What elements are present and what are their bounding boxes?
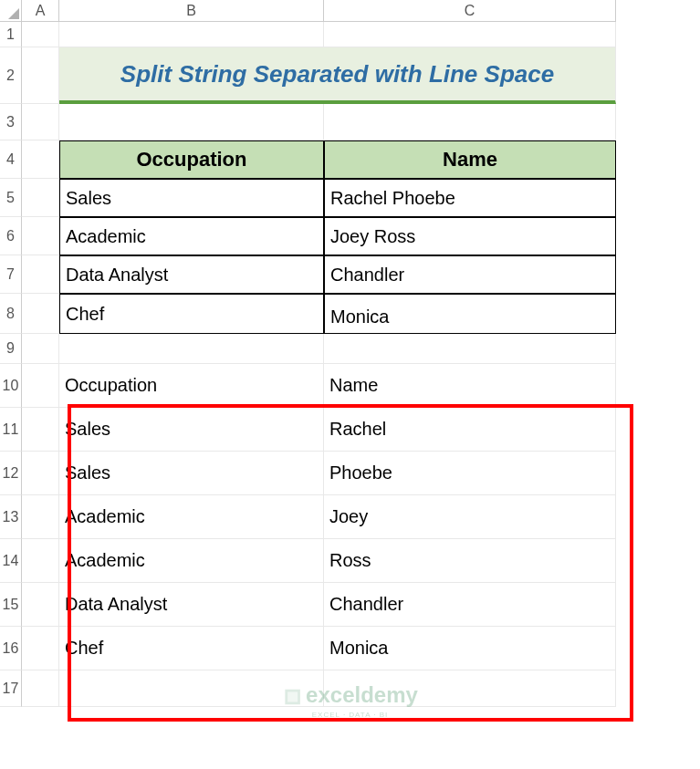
row-header-1[interactable]: 1 bbox=[0, 22, 22, 47]
row-header-10[interactable]: 10 bbox=[0, 364, 22, 408]
row-header-16[interactable]: 16 bbox=[0, 627, 22, 670]
cell-a1[interactable] bbox=[22, 22, 59, 47]
table-row[interactable]: Rachel Phoebe bbox=[324, 179, 616, 217]
watermark-sub: EXCEL · DATA · BI bbox=[282, 711, 418, 719]
row-header-2[interactable]: 2 bbox=[0, 47, 22, 104]
title[interactable]: Split String Separated with Line Space bbox=[59, 47, 616, 104]
result-row[interactable]: Academic bbox=[59, 539, 324, 583]
table-row[interactable]: Sales bbox=[59, 179, 324, 217]
cell-c3[interactable] bbox=[324, 104, 616, 140]
cell-b9[interactable] bbox=[59, 334, 324, 364]
table-row[interactable]: Monica bbox=[324, 294, 616, 334]
row-header-17[interactable]: 17 bbox=[0, 670, 22, 707]
select-all-corner[interactable] bbox=[0, 0, 22, 22]
result-row[interactable]: Data Analyst bbox=[59, 583, 324, 627]
cell-c1[interactable] bbox=[324, 22, 616, 47]
result-row[interactable]: Sales bbox=[59, 408, 324, 452]
result-row[interactable]: Monica bbox=[324, 627, 616, 670]
cell-a16[interactable] bbox=[22, 627, 59, 670]
cell-a7[interactable] bbox=[22, 255, 59, 294]
cell-a15[interactable] bbox=[22, 583, 59, 627]
row-header-4[interactable]: 4 bbox=[0, 140, 22, 179]
cell-a14[interactable] bbox=[22, 539, 59, 583]
col-header-a[interactable]: A bbox=[22, 0, 59, 22]
cell-a10[interactable] bbox=[22, 364, 59, 408]
table-row[interactable]: Academic bbox=[59, 217, 324, 255]
cell-c17[interactable] bbox=[324, 670, 616, 707]
cell-a12[interactable] bbox=[22, 452, 59, 495]
cell-b1[interactable] bbox=[59, 22, 324, 47]
cell-b17[interactable] bbox=[59, 670, 324, 707]
row-header-6[interactable]: 6 bbox=[0, 217, 22, 255]
result-header-name[interactable]: Name bbox=[324, 364, 616, 408]
table-row[interactable]: Chandler bbox=[324, 255, 616, 294]
row-header-15[interactable]: 15 bbox=[0, 583, 22, 627]
row-header-11[interactable]: 11 bbox=[0, 408, 22, 452]
row-header-8[interactable]: 8 bbox=[0, 294, 22, 334]
row-header-5[interactable]: 5 bbox=[0, 179, 22, 217]
col-header-b[interactable]: B bbox=[59, 0, 324, 22]
row-header-13[interactable]: 13 bbox=[0, 495, 22, 539]
cell-a5[interactable] bbox=[22, 179, 59, 217]
table-row[interactable]: Joey Ross bbox=[324, 217, 616, 255]
spreadsheet-grid: A B C 1 2 Split String Separated with Li… bbox=[0, 0, 700, 707]
result-row[interactable]: Academic bbox=[59, 495, 324, 539]
cell-a17[interactable] bbox=[22, 670, 59, 707]
cell-a11[interactable] bbox=[22, 408, 59, 452]
result-row[interactable]: Joey bbox=[324, 495, 616, 539]
table-row[interactable]: Chef bbox=[59, 294, 324, 334]
table-header-name[interactable]: Name bbox=[324, 140, 616, 179]
table-row[interactable]: Data Analyst bbox=[59, 255, 324, 294]
cell-a13[interactable] bbox=[22, 495, 59, 539]
result-row[interactable]: Chef bbox=[59, 627, 324, 670]
cell-a2[interactable] bbox=[22, 47, 59, 104]
result-row[interactable]: Phoebe bbox=[324, 452, 616, 495]
row-header-14[interactable]: 14 bbox=[0, 539, 22, 583]
row-header-9[interactable]: 9 bbox=[0, 334, 22, 364]
cell-c9[interactable] bbox=[324, 334, 616, 364]
cell-a8[interactable] bbox=[22, 294, 59, 334]
result-row[interactable]: Rachel bbox=[324, 408, 616, 452]
row-header-3[interactable]: 3 bbox=[0, 104, 22, 140]
result-row[interactable]: Chandler bbox=[324, 583, 616, 627]
col-header-c[interactable]: C bbox=[324, 0, 616, 22]
cell-b3[interactable] bbox=[59, 104, 324, 140]
row-header-12[interactable]: 12 bbox=[0, 452, 22, 495]
cell-a3[interactable] bbox=[22, 104, 59, 140]
row-header-7[interactable]: 7 bbox=[0, 255, 22, 294]
table-header-occupation[interactable]: Occupation bbox=[59, 140, 324, 179]
cell-a9[interactable] bbox=[22, 334, 59, 364]
result-header-occupation[interactable]: Occupation bbox=[59, 364, 324, 408]
cell-a4[interactable] bbox=[22, 140, 59, 179]
result-row[interactable]: Ross bbox=[324, 539, 616, 583]
result-row[interactable]: Sales bbox=[59, 452, 324, 495]
cell-a6[interactable] bbox=[22, 217, 59, 255]
